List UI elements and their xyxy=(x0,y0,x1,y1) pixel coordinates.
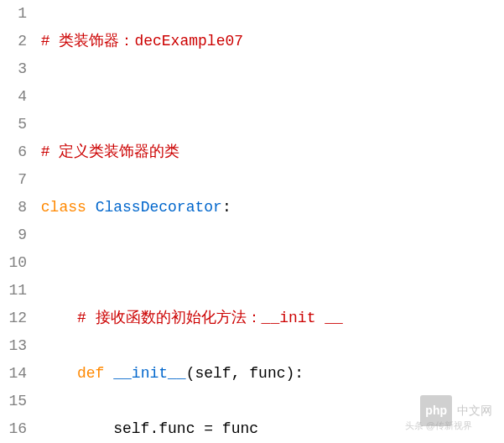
code-text: self.func = func xyxy=(113,420,258,437)
line-number: 16 xyxy=(0,415,27,443)
code-line: # 接收函数的初始化方法：__init __ xyxy=(32,305,504,332)
keyword-class: class xyxy=(41,199,86,216)
class-name: ClassDecorator xyxy=(96,199,222,216)
code-line: # 类装饰器：decExample07 xyxy=(32,28,504,55)
line-number: 15 xyxy=(0,388,27,415)
code-line: # 定义类装饰器的类 xyxy=(32,138,504,166)
code-editor: 1 2 3 4 5 6 7 8 9 10 11 12 13 14 15 16 #… xyxy=(0,0,504,443)
comment: # 定义类装饰器的类 xyxy=(41,143,180,160)
line-number: 7 xyxy=(0,166,27,194)
params: self, func xyxy=(195,365,285,382)
punct: ( xyxy=(186,365,195,382)
line-number: 12 xyxy=(0,305,27,332)
line-number: 13 xyxy=(0,332,27,360)
line-number: 5 xyxy=(0,111,27,138)
func-name: __init__ xyxy=(113,365,185,382)
code-line: class ClassDecorator: xyxy=(32,194,504,222)
comment: # 接收函数的初始化方法：__init __ xyxy=(77,310,343,326)
keyword-def: def xyxy=(77,365,104,382)
line-number: 2 xyxy=(0,28,27,55)
watermark-sub: 头条 @传新视界 xyxy=(405,412,472,440)
line-number-gutter: 1 2 3 4 5 6 7 8 9 10 11 12 13 14 15 16 xyxy=(0,0,32,443)
line-number: 9 xyxy=(0,222,27,249)
code-line: def __init__(self, func): xyxy=(32,360,504,388)
line-number: 1 xyxy=(0,0,27,28)
comment: # 类装饰器：decExample07 xyxy=(41,33,243,50)
line-number: 6 xyxy=(0,138,27,166)
line-number: 14 xyxy=(0,360,27,388)
line-number: 3 xyxy=(0,55,27,83)
line-number: 11 xyxy=(0,277,27,305)
line-number: 10 xyxy=(0,249,27,277)
line-number: 4 xyxy=(0,83,27,111)
code-line xyxy=(32,83,504,111)
punct: : xyxy=(222,199,231,216)
line-number: 8 xyxy=(0,194,27,222)
code-area: # 类装饰器：decExample07 # 定义类装饰器的类 class Cla… xyxy=(32,0,504,443)
code-line xyxy=(32,249,504,277)
punct: ): xyxy=(286,365,304,382)
